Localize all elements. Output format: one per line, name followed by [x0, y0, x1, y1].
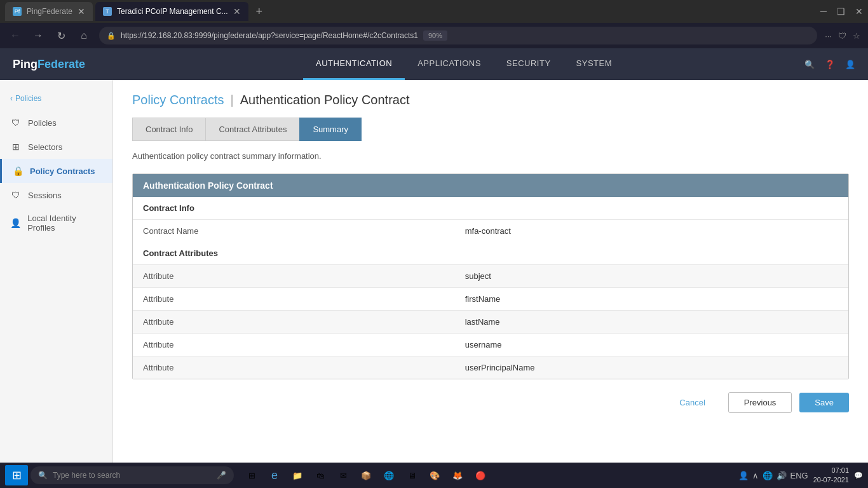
search-bar[interactable]: 🔍 Type here to search 🎤 — [31, 466, 234, 484]
save-button[interactable]: Save — [799, 393, 849, 412]
app-logo: PingFederate — [13, 58, 85, 71]
table-row: Attribute subject — [133, 264, 848, 287]
back-button[interactable]: ← — [8, 30, 23, 41]
tab-summary[interactable]: Summary — [299, 118, 362, 141]
close-btn[interactable]: ✕ — [855, 6, 863, 17]
policies-icon: 🛡 — [10, 117, 22, 128]
volume-icon: 🔊 — [776, 471, 787, 480]
tab-contract-info[interactable]: Contract Info — [132, 118, 205, 141]
person-icon: 👤 — [738, 471, 749, 480]
address-bar[interactable]: 🔒 https://192.168.20.83:9999/pingfederat… — [99, 27, 817, 44]
sidebar-item-local-identity-profiles[interactable]: 👤 Local Identity Profiles — [0, 207, 112, 239]
store-icon[interactable]: 🛍 — [310, 465, 330, 485]
selectors-icon: ⊞ — [10, 141, 22, 152]
nav-security[interactable]: SECURITY — [494, 48, 564, 80]
tab-contract-attributes[interactable]: Contract Attributes — [205, 118, 299, 141]
taskview-icon[interactable]: ⊞ — [241, 465, 262, 485]
globe-icon[interactable]: 🌐 — [379, 465, 399, 485]
forward-button[interactable]: → — [31, 30, 46, 41]
tray-icons: 👤 ∧ 🌐 🔊 ENG — [738, 471, 808, 480]
taskbar: ⊞ 🔍 Type here to search 🎤 ⊞ e 📁 🛍 ✉ 📦 🌐 … — [0, 463, 868, 488]
table-row: Contract Name mfa-contract — [133, 219, 848, 242]
sidebar-collapse-button[interactable]: ‹ Policies — [0, 90, 112, 111]
row-label: Attribute — [133, 288, 455, 310]
nav-system[interactable]: SYSTEM — [564, 48, 625, 80]
network-icon: 🌐 — [763, 471, 773, 480]
browser-titlebar: Pf PingFederate ✕ T Teradici PCoIP Manag… — [0, 0, 868, 23]
app-icon[interactable]: 🔴 — [470, 465, 491, 485]
user-icon[interactable]: 👤 — [845, 60, 855, 69]
header-right: 🔍 ❓ 👤 — [804, 60, 855, 69]
datetime-display: 07:01 20-07-2021 — [813, 466, 849, 485]
breadcrumb-link[interactable]: Policy Contracts — [132, 93, 224, 107]
tab-close-2[interactable]: ✕ — [233, 6, 241, 17]
zoom-level: 90% — [423, 30, 447, 41]
chevron-left-icon: ‹ — [10, 94, 13, 103]
tab-teradici[interactable]: T Teradici PCoIP Management C... ✕ — [95, 2, 248, 21]
taskbar-app-icons: ⊞ e 📁 🛍 ✉ 📦 🌐 🖥 🎨 🦊 🔴 — [241, 465, 491, 485]
breadcrumb-separator: | — [231, 93, 234, 107]
section-title-contract-attributes: Contract Attributes — [133, 242, 848, 264]
sidebar-item-sessions[interactable]: 🛡 Sessions — [0, 183, 112, 207]
breadcrumb-current: Authentication Policy Contract — [240, 93, 410, 107]
new-tab-button[interactable]: + — [251, 5, 268, 18]
previous-button[interactable]: Previous — [728, 392, 792, 413]
help-icon[interactable]: ❓ — [825, 60, 835, 69]
page-tabs: Contract Info Contract Attributes Summar… — [132, 118, 849, 141]
app-body: ‹ Policies 🛡 Policies ⊞ Selectors 🔒 Poli… — [0, 80, 868, 463]
sidebar-item-policy-contracts[interactable]: 🔒 Policy Contracts — [0, 159, 112, 183]
remote-desktop-icon[interactable]: 🖥 — [402, 465, 422, 485]
row-value: lastName — [455, 311, 848, 333]
maximize-btn[interactable]: ❑ — [837, 6, 845, 17]
cancel-button[interactable]: Cancel — [664, 393, 720, 412]
mic-icon: 🎤 — [217, 471, 226, 480]
tab-label-2: Teradici PCoIP Management C... — [117, 7, 228, 16]
firefox-icon[interactable]: 🦊 — [447, 465, 468, 485]
row-label: Contract Name — [133, 220, 455, 242]
start-button[interactable]: ⊞ — [5, 465, 28, 485]
row-value: username — [455, 334, 848, 356]
sidebar-item-policies[interactable]: 🛡 Policies — [0, 111, 112, 135]
tab-label-1: PingFederate — [27, 7, 72, 16]
chevron-up-icon[interactable]: ∧ — [752, 471, 759, 480]
summary-panel-header: Authentication Policy Contract — [133, 174, 848, 197]
sessions-icon: 🛡 — [10, 189, 22, 201]
tab-favicon-1: Pf — [13, 7, 22, 16]
more-options-button[interactable]: ··· — [825, 31, 832, 41]
table-row: Attribute userPrincipalName — [133, 356, 848, 379]
table-row: Attribute lastName — [133, 310, 848, 333]
lang-indicator: ENG — [790, 471, 808, 480]
tab-close-1[interactable]: ✕ — [78, 6, 85, 17]
home-button[interactable]: ⌂ — [76, 30, 92, 41]
row-label: Attribute — [133, 265, 455, 287]
explorer-icon[interactable]: 📁 — [287, 465, 308, 485]
search-icon[interactable]: 🔍 — [804, 60, 815, 69]
nav-authentication[interactable]: AUTHENTICATION — [303, 48, 405, 80]
local-identity-icon: 👤 — [10, 217, 21, 229]
edge-icon[interactable]: e — [264, 465, 285, 485]
main-nav: AUTHENTICATION APPLICATIONS SECURITY SYS… — [123, 48, 804, 80]
row-label: Attribute — [133, 311, 455, 333]
window-controls: ─ ❑ ✕ — [820, 6, 863, 17]
notification-icon[interactable]: 💬 — [854, 471, 863, 480]
row-value: userPrincipalName — [455, 356, 848, 379]
search-icon: 🔍 — [38, 471, 48, 480]
minimize-btn[interactable]: ─ — [820, 6, 827, 17]
address-actions: ··· 🛡 ☆ — [825, 31, 860, 41]
lock-icon: 🔒 — [107, 32, 116, 40]
nav-applications[interactable]: APPLICATIONS — [405, 48, 494, 80]
row-value: subject — [455, 265, 848, 287]
taskbar-right: 👤 ∧ 🌐 🔊 ENG 07:01 20-07-2021 💬 — [738, 466, 863, 485]
box-icon[interactable]: 📦 — [356, 465, 376, 485]
table-row: Attribute firstName — [133, 287, 848, 310]
tab-pingfederate[interactable]: Pf PingFederate ✕ — [5, 2, 93, 21]
paint-icon[interactable]: 🎨 — [424, 465, 445, 485]
sidebar-item-selectors[interactable]: ⊞ Selectors — [0, 135, 112, 159]
policy-contracts-icon: 🔒 — [12, 165, 24, 177]
sidebar: ‹ Policies 🛡 Policies ⊞ Selectors 🔒 Poli… — [0, 80, 113, 463]
breadcrumb: Policy Contracts | Authentication Policy… — [132, 93, 849, 107]
bookmark-icon[interactable]: ☆ — [853, 31, 860, 41]
refresh-button[interactable]: ↻ — [53, 30, 69, 42]
mail-icon[interactable]: ✉ — [333, 465, 353, 485]
page-description: Authentication policy contract summary i… — [132, 151, 849, 161]
